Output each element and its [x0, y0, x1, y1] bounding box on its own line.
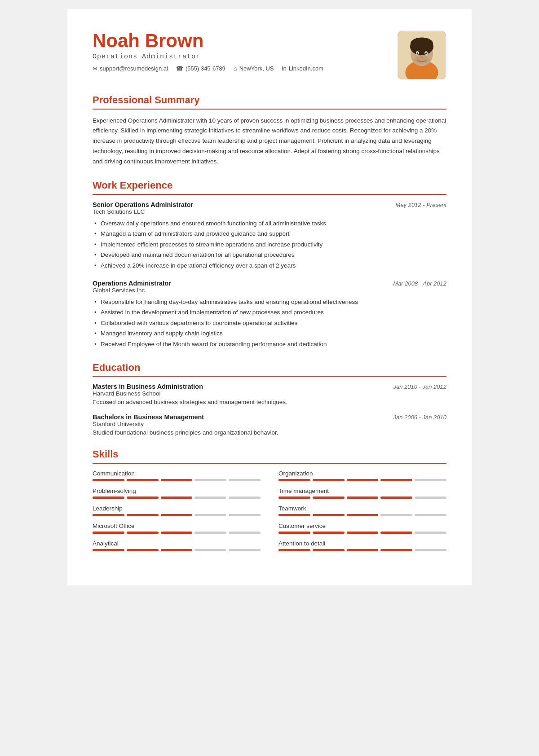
skill-segment-6-3	[194, 532, 226, 534]
skill-segment-0-2	[161, 479, 193, 481]
skill-segment-8-0	[93, 549, 124, 551]
skill-segment-7-0	[278, 532, 310, 534]
contact-row: ✉ support@resumedesign.ai ☎ (555) 345-67…	[93, 65, 397, 72]
email-value: support@resumedesign.ai	[100, 65, 168, 72]
skill-item-7: Customer service	[278, 523, 446, 534]
edu-date-0: Jan 2010 - Jan 2012	[393, 383, 446, 390]
skill-item-5: Teamwork	[278, 505, 446, 516]
skill-bar-4	[93, 514, 261, 516]
skill-bar-2	[93, 497, 261, 499]
edu-desc-0: Focused on advanced business strategies …	[93, 399, 446, 405]
skill-segment-6-4	[229, 532, 261, 534]
bullet-0-3: Developed and maintained documentation f…	[93, 250, 446, 260]
bullet-0-4: Achieved a 20% increase in operational e…	[93, 261, 446, 271]
skill-segment-5-1	[313, 514, 345, 516]
edu-degree-0: Masters in Business Administration	[93, 383, 203, 390]
skill-item-8: Analytical	[93, 540, 261, 551]
job-bullets-1: Responsible for handling day-to-day admi…	[93, 297, 446, 349]
skill-name-3: Time management	[278, 488, 446, 494]
skills-title: Skills	[93, 448, 446, 460]
skill-segment-4-3	[194, 514, 226, 516]
skill-item-6: Microsoft Office	[93, 523, 261, 534]
skill-segment-9-3	[380, 549, 412, 551]
skill-bar-0	[93, 479, 261, 481]
skill-bar-8	[93, 549, 261, 551]
skill-segment-4-2	[161, 514, 193, 516]
bullet-1-1: Assisted in the development and implemen…	[93, 308, 446, 317]
skill-name-4: Leadership	[93, 505, 261, 512]
skill-bar-3	[278, 497, 446, 499]
skill-segment-9-4	[415, 549, 446, 551]
skill-item-2: Problem-solving	[93, 488, 261, 499]
skill-bar-9	[278, 549, 446, 551]
skills-section: Skills CommunicationOrganizationProblem-…	[93, 448, 446, 551]
edu-school-1: Stanford University	[93, 421, 446, 427]
linkedin-value: LinkedIn.com	[289, 65, 323, 72]
skill-segment-0-4	[229, 479, 261, 481]
skill-item-1: Organization	[278, 470, 446, 481]
location-item: ⌂ NewYork, US	[234, 65, 274, 72]
skill-segment-1-2	[347, 479, 379, 481]
bullet-1-0: Responsible for handling day-to-day admi…	[93, 297, 446, 307]
skill-segment-3-0	[278, 497, 310, 499]
skill-segment-3-2	[347, 497, 379, 499]
edu-school-0: Harvard Business School	[93, 390, 446, 397]
linkedin-item: in LinkedIn.com	[282, 65, 323, 72]
skill-segment-4-4	[229, 514, 261, 516]
skill-segment-8-4	[229, 549, 261, 551]
bullet-0-0: Oversaw daily operations and ensured smo…	[93, 219, 446, 229]
experience-section: Work Experience Senior Operations Admini…	[93, 180, 446, 349]
skill-item-9: Attention to detail	[278, 540, 446, 551]
skill-name-2: Problem-solving	[93, 488, 261, 494]
bullet-1-2: Collaborated with various departments to…	[93, 318, 446, 328]
skill-segment-1-4	[415, 479, 446, 481]
skill-segment-2-1	[127, 497, 159, 499]
skill-segment-2-3	[194, 497, 226, 499]
skill-name-9: Attention to detail	[278, 540, 446, 547]
skill-segment-7-3	[380, 532, 412, 534]
skill-segment-4-1	[127, 514, 159, 516]
skill-segment-2-0	[93, 497, 124, 499]
header-section: Noah Brown Operations Administrator ✉ su…	[93, 31, 446, 80]
education-title: Education	[93, 362, 446, 374]
skill-segment-7-4	[415, 532, 446, 534]
bullet-1-4: Received Employee of the Month award for…	[93, 339, 446, 349]
edu-date-1: Jan 2006 - Jan 2010	[393, 414, 446, 421]
svg-point-10	[414, 57, 430, 63]
skill-segment-2-4	[229, 497, 261, 499]
skill-segment-7-2	[347, 532, 379, 534]
skill-segment-1-3	[380, 479, 412, 481]
skill-segment-3-4	[415, 497, 446, 499]
skill-bar-5	[278, 514, 446, 516]
bullet-0-1: Managed a team of administrators and pro…	[93, 229, 446, 239]
bullet-1-3: Managed inventory and supply chain logis…	[93, 329, 446, 338]
skill-segment-3-1	[313, 497, 345, 499]
location-value: NewYork, US	[239, 65, 274, 72]
summary-divider	[93, 109, 446, 110]
job-date-1: Mar 2008 - Apr 2012	[393, 280, 446, 287]
email-item: ✉ support@resumedesign.ai	[93, 65, 168, 72]
skill-name-8: Analytical	[93, 540, 261, 547]
skill-segment-8-2	[161, 549, 193, 551]
skill-segment-0-1	[127, 479, 159, 481]
skill-segment-6-1	[127, 532, 159, 534]
experience-divider	[93, 194, 446, 195]
edu-header-0: Masters in Business Administration Jan 2…	[93, 383, 446, 390]
skills-divider	[93, 463, 446, 464]
skill-name-0: Communication	[93, 470, 261, 477]
skill-name-5: Teamwork	[278, 505, 446, 512]
skill-item-4: Leadership	[93, 505, 261, 516]
skill-item-3: Time management	[278, 488, 446, 499]
summary-section: Professional Summary Experienced Operati…	[93, 94, 446, 167]
experience-title: Work Experience	[93, 180, 446, 191]
resume-container: Noah Brown Operations Administrator ✉ su…	[67, 9, 472, 585]
job-company-0: Tech Solutions LLC	[93, 208, 446, 215]
job-title-0: Senior Operations Administrator	[93, 201, 193, 208]
linkedin-icon: in	[282, 65, 287, 72]
skill-segment-6-0	[93, 532, 124, 534]
job-date-0: May 2012 - Present	[396, 202, 446, 208]
skill-segment-4-0	[93, 514, 124, 516]
candidate-title: Operations Administrator	[93, 53, 397, 61]
skill-segment-8-1	[127, 549, 159, 551]
skill-bar-1	[278, 479, 446, 481]
